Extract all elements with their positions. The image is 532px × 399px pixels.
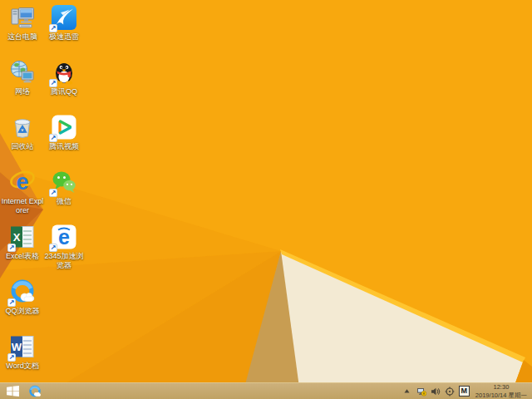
desktop-icon-tencent-video[interactable]: ↗腾讯视频 <box>42 114 86 151</box>
safety-target-icon[interactable] <box>445 387 455 397</box>
desktop-icon-this-pc[interactable]: 这台电脑 <box>0 4 45 42</box>
desktop-icon-browser-2345[interactable]: e ↗2345加速浏览器 <box>42 224 86 270</box>
desktop-icon-label: Excel表格 <box>6 252 39 261</box>
desktop-icon-tencent-qq[interactable]: ↗腾讯QQ <box>42 59 86 96</box>
desktop-icon-network[interactable]: 网络 <box>0 59 45 96</box>
desktop-icon-label: 这台电脑 <box>7 32 37 42</box>
windows-logo-icon <box>7 386 19 397</box>
desktop-icon-xunlei[interactable]: ↗极速迅雷 <box>42 4 86 42</box>
desktop-icon-internet-explorer[interactable]: eInternet Explorer <box>0 169 45 215</box>
taskbar-clock[interactable]: 12:30 2019/10/14 星期一 <box>474 383 529 399</box>
shortcut-arrow-icon: ↗ <box>49 189 57 197</box>
shortcut-arrow-icon: ↗ <box>7 244 16 252</box>
word-icon: W↗ <box>9 333 36 360</box>
tencent-qq-icon: ↗ <box>51 59 77 86</box>
desktop-icon-wechat[interactable]: ↗微信 <box>42 169 86 206</box>
hidden-icons-chevron-icon[interactable] <box>402 387 412 397</box>
input-method-indicator[interactable]: M <box>459 386 470 397</box>
internet-explorer-icon: e <box>9 169 36 195</box>
network-status-icon[interactable] <box>416 387 426 397</box>
shortcut-arrow-icon: ↗ <box>49 24 57 32</box>
desktop-icon-recycle-bin[interactable]: 回收站 <box>0 114 45 151</box>
desktop-icon-label: 回收站 <box>12 142 34 151</box>
taskbar-qq-browser-button[interactable] <box>25 383 45 399</box>
shortcut-arrow-icon: ↗ <box>49 244 57 252</box>
volume-icon[interactable] <box>431 387 441 397</box>
taskbar: M 12:30 2019/10/14 星期一 <box>0 382 532 399</box>
shortcut-arrow-icon: ↗ <box>49 134 57 142</box>
shortcut-arrow-icon: ↗ <box>7 298 16 307</box>
qq-browser-icon <box>28 385 42 398</box>
desktop-icon-excel[interactable]: X↗Excel表格 <box>0 224 45 261</box>
wechat-icon: ↗ <box>51 169 77 195</box>
svg-text:e: e <box>16 170 28 195</box>
browser-2345-icon: e ↗ <box>51 224 77 250</box>
desktop-icon-label: 极速迅雷 <box>49 32 79 42</box>
desktop-icon-label: Word文档 <box>6 362 38 371</box>
desktop-icon-qq-browser[interactable]: ↗QQ浏览器 <box>0 278 45 316</box>
tencent-video-icon: ↗ <box>51 114 77 140</box>
desktop-icon-label: 腾讯视频 <box>49 142 79 151</box>
windows-desktop: { "wallpaper": { "colors": { "base": "#F… <box>0 0 532 399</box>
desktop-icon-area: 这台电脑 ↗极速迅雷 网络 ↗腾讯QQ 回收站 ↗腾讯视频 <box>0 0 532 382</box>
desktop-icon-label: QQ浏览器 <box>5 307 39 316</box>
this-pc-icon <box>9 4 36 31</box>
svg-text:W: W <box>12 341 22 353</box>
clock-date: 2019/10/14 星期一 <box>475 392 527 399</box>
recycle-bin-icon <box>9 114 36 140</box>
xunlei-icon: ↗ <box>51 4 77 31</box>
system-tray: M 12:30 2019/10/14 星期一 <box>402 383 532 399</box>
clock-time: 12:30 <box>475 383 527 391</box>
desktop-icon-label: 微信 <box>57 197 71 206</box>
start-button[interactable] <box>0 383 25 399</box>
desktop-icon-label: Internet Explorer <box>0 197 45 215</box>
desktop-icon-label: 腾讯QQ <box>51 87 77 96</box>
shortcut-arrow-icon: ↗ <box>49 79 57 87</box>
desktop-icon-word[interactable]: W↗Word文档 <box>0 333 45 371</box>
desktop-icon-label: 2345加速浏览器 <box>42 252 86 270</box>
excel-icon: X↗ <box>9 224 36 250</box>
shortcut-arrow-icon: ↗ <box>7 353 16 362</box>
qq-browser-icon: ↗ <box>9 278 36 305</box>
desktop-icon-label: 网络 <box>15 87 30 96</box>
network-icon <box>9 59 36 86</box>
svg-text:X: X <box>13 231 21 244</box>
